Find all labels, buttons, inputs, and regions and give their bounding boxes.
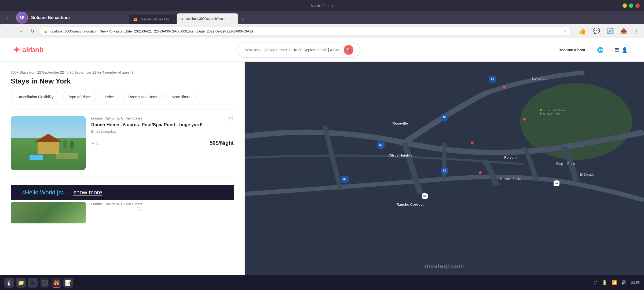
filter-cancellation[interactable]: Cancellation Flexibility [11, 92, 59, 102]
listing-image [11, 116, 86, 170]
search-bar-text: New York | 22 September 22 To 30 Septemb… [244, 48, 340, 52]
listing-type: Entire bungalow [91, 129, 234, 133]
listing-favorite-button[interactable]: ♡ [228, 116, 234, 123]
filter-bar: Cancellation Flexibility Type of Place P… [11, 92, 234, 102]
stays-subtitle: 300+ Stays from 22 September 22 To 30 Se… [11, 70, 234, 74]
map-watermark: mostaql.com [425, 263, 464, 270]
highway-shield-50-1: 50 [552, 179, 561, 188]
listing-favorite-button-2[interactable]: ♡ [91, 206, 142, 213]
network-icon[interactable]: 📶 [612, 280, 617, 285]
avatar-initials: SB [19, 16, 24, 20]
language-globe-icon[interactable]: 🌐 [595, 45, 606, 55]
bookmark-icon[interactable]: ☆ [563, 29, 567, 33]
filter-type-of-place[interactable]: Type of Place [63, 92, 97, 102]
filter-rooms-beds[interactable]: Rooms and Beds [123, 92, 163, 102]
nav-forward-button[interactable]: → [16, 27, 25, 35]
taskbar-app-vscode[interactable]: 📝 [63, 278, 73, 288]
refresh-icon[interactable]: 🔄 [606, 28, 614, 35]
tab-inactive-label: localhost:clone - Clo... [140, 17, 171, 21]
nav-reload-button[interactable]: ↻ [28, 27, 36, 35]
listing-info: Loomis, California, United States ♡ Ranc… [91, 116, 234, 170]
become-host-link[interactable]: Become a host [554, 45, 590, 55]
main-content: 300+ Stays from 22 September 22 To 30 Se… [0, 62, 644, 275]
more-icon[interactable]: ⋮ [634, 28, 640, 35]
tab-active-label: localhost:3000/search?loca... [186, 17, 227, 21]
hamburger-icon: ☰ [615, 47, 619, 53]
user-avatar-icon: 👤 [622, 47, 628, 53]
user-menu[interactable]: ☰ 👤 [611, 45, 631, 55]
map-pin-3 [471, 142, 474, 144]
title-bar: Mozilla Firefox ✕ [0, 0, 644, 11]
back-button[interactable]: ← [4, 13, 13, 22]
listing-card-preview: Loomis, California, United States ♡ [11, 200, 234, 223]
send-icon[interactable]: 📤 [620, 28, 627, 35]
map-panel: Lakeshore Roseville Citrus Heights Folso… [245, 62, 644, 275]
search-icon: 🔍 [346, 47, 351, 52]
highway-shield-80-5: 80 [341, 175, 349, 183]
taskbar-app-terminal[interactable]: ⬛ [40, 278, 49, 288]
taskbar-app-mint[interactable]: 🐧 [4, 278, 14, 288]
tab-close-button[interactable]: × [229, 17, 234, 21]
taskbar-app-manager[interactable]: 🗂 [28, 278, 38, 288]
scene-house [38, 140, 59, 154]
scene-pool [30, 155, 43, 160]
airbnb-logo[interactable]: ✦ airbnb [13, 45, 43, 55]
interstate-sign: 80 [441, 168, 448, 173]
tab-inactive[interactable]: 🦊 localhost:clone - Clo... [129, 15, 176, 24]
listing-preview-info: Loomis, California, United States ♡ [91, 202, 142, 223]
interstate-sign: 80 [441, 114, 448, 120]
filter-more[interactable]: More filters [166, 92, 196, 102]
listing-image-scene [11, 116, 86, 170]
thumbs-up-icon[interactable]: 👍 [578, 27, 586, 35]
taskbar-app-firefox[interactable]: 🦊 [52, 278, 61, 288]
highway-shield-80-4: 80 [440, 166, 449, 175]
close-window-button[interactable]: ✕ [635, 3, 640, 8]
minimize-button[interactable] [623, 3, 627, 8]
highway-shield-50-2: 50 [420, 192, 429, 200]
filter-price[interactable]: Price [100, 92, 119, 102]
volume-icon[interactable]: 🔊 [621, 280, 627, 285]
bluetooth-icon[interactable]: ⬡ [594, 280, 598, 285]
os-window: Mozilla Firefox ✕ ← SB Sofiane Benachour… [0, 0, 644, 290]
search-button[interactable]: 🔍 [344, 45, 353, 55]
us-highway-sign: 50 [553, 180, 560, 187]
star-icon: ★ [91, 141, 95, 145]
listing-image-preview [11, 202, 86, 223]
map-background: Lakeshore Roseville Citrus Heights Folso… [245, 62, 644, 275]
watermark-text: mostaql.com [425, 263, 464, 270]
taskbar: 🐧 📁 🗂 ⬛ 🦊 📝 ⬡ 🔋 📶 🔊 23:55 [0, 275, 644, 290]
interstate-sign: 80 [377, 142, 385, 148]
nav-back-button[interactable]: ← [4, 27, 13, 35]
listing-bottom: ★ 5 50$/Night [91, 140, 234, 146]
avatar: SB [16, 12, 28, 24]
nav-bar: ← → ↻ 🔒 localhost:3000/search?location=N… [0, 24, 644, 38]
taskbar-system: ⬡ 🔋 📶 🔊 23:55 [594, 280, 640, 285]
interstate-sign: 80 [341, 176, 349, 182]
airbnb-header: ✦ airbnb New York | 22 September 22 To 3… [0, 38, 644, 62]
window-controls: ✕ [623, 3, 640, 8]
rating-value: 5 [96, 141, 98, 145]
new-tab-button[interactable]: + [239, 16, 247, 23]
listing-card: Loomis, California, United States ♡ Ranc… [11, 116, 234, 178]
stays-title: Stays in New York [11, 77, 234, 85]
profile-name: Sofiane Benachour [31, 15, 70, 20]
search-bar[interactable]: New York | 22 September 22 To 30 Septemb… [238, 42, 360, 58]
comment-icon[interactable]: 💬 [593, 28, 600, 35]
map-pin-1 [503, 86, 506, 89]
taskbar-app-files[interactable]: 📁 [16, 278, 26, 288]
listing-location: Loomis, California, United States [91, 116, 234, 120]
hello-world-text: <Hello World.js>.... [21, 189, 71, 196]
browser-content: ✦ airbnb New York | 22 September 22 To 3… [0, 38, 644, 275]
show-more-link[interactable]: show more [73, 189, 102, 196]
address-bar[interactable]: 🔒 localhost:3000/search?location=New+Yor… [40, 27, 571, 36]
tab-active[interactable]: ● localhost:3000/search?loca... × [177, 13, 238, 24]
listing-title: Ranch Home - 6 acres- Pool/Spa/ Pond - h… [91, 122, 234, 128]
maximize-button[interactable] [629, 3, 633, 8]
battery-icon[interactable]: 🔋 [602, 280, 607, 285]
airbnb-logo-text: airbnb [22, 46, 43, 54]
listing-price: 50$/Night [210, 140, 234, 146]
map-pin-2 [523, 118, 526, 121]
left-panel: 300+ Stays from 22 September 22 To 30 Se… [0, 62, 245, 275]
address-url: localhost:3000/search?location=New+York&… [50, 29, 561, 33]
map-container[interactable]: Lakeshore Roseville Citrus Heights Folso… [245, 62, 644, 275]
